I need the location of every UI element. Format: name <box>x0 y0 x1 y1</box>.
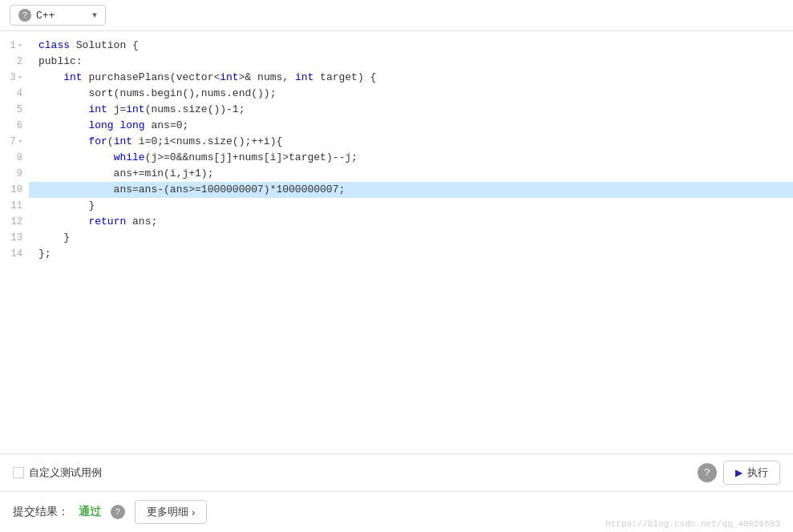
more-detail-chevron: › <box>192 506 195 518</box>
lang-label: C++ <box>36 10 87 22</box>
code-line: ans+=min(i,j+1); <box>29 166 793 182</box>
code-line: } <box>29 230 793 246</box>
custom-test-checkbox[interactable] <box>13 467 24 478</box>
bottom-bar-right: ? ▶ 执行 <box>698 461 780 485</box>
code-line: while(j>=0&&nums[j]+nums[i]>target)--j; <box>29 150 793 166</box>
run-button[interactable]: ▶ 执行 <box>723 461 780 485</box>
code-line: int purchasePlans(vector<int>& nums, int… <box>29 70 793 86</box>
fold-arrow-icon[interactable]: ▾ <box>18 38 22 54</box>
line-number: 2 <box>0 54 29 70</box>
bottom-bar: 自定义测试用例 ? ▶ 执行 <box>0 454 793 492</box>
run-label: 执行 <box>747 466 768 480</box>
line-number: 14 <box>0 246 29 262</box>
code-line: return ans; <box>29 214 793 230</box>
result-help-icon[interactable]: ? <box>111 505 125 519</box>
line-number: 7▾ <box>0 134 29 150</box>
line-number: 3▾ <box>0 70 29 86</box>
custom-test-text: 自定义测试用例 <box>29 466 102 480</box>
lang-help-icon: ? <box>18 9 31 22</box>
code-content[interactable]: class Solution {public: int purchasePlan… <box>29 31 793 453</box>
result-status: 通过 <box>79 505 101 519</box>
help-button[interactable]: ? <box>698 463 717 482</box>
code-line: long long ans=0; <box>29 118 793 134</box>
code-line: public: <box>29 54 793 70</box>
line-number: 1▾ <box>0 38 29 54</box>
editor-area: 1▾23▾4567▾891011121314 class Solution {p… <box>0 31 793 454</box>
line-number: 5 <box>0 102 29 118</box>
fold-arrow-icon[interactable]: ▾ <box>18 134 22 150</box>
line-number: 4 <box>0 86 29 102</box>
more-detail-button[interactable]: 更多明细 › <box>135 500 207 524</box>
line-numbers: 1▾23▾4567▾891011121314 <box>0 31 29 453</box>
language-selector[interactable]: ? C++ ▼ <box>10 5 106 26</box>
code-line: int j=int(nums.size())-1; <box>29 102 793 118</box>
code-line: ans=ans-(ans>=1000000007)*1000000007; <box>29 182 793 198</box>
more-detail-label: 更多明细 <box>147 505 188 519</box>
fold-arrow-icon[interactable]: ▾ <box>18 70 22 86</box>
line-number: 8 <box>0 150 29 166</box>
line-number: 9 <box>0 166 29 182</box>
line-number: 13 <box>0 230 29 246</box>
line-number: 10 <box>0 182 29 198</box>
custom-test-label[interactable]: 自定义测试用例 <box>13 466 102 480</box>
toolbar: ? C++ ▼ <box>0 0 793 31</box>
code-line: } <box>29 198 793 214</box>
run-icon: ▶ <box>735 467 742 478</box>
line-number: 12 <box>0 214 29 230</box>
result-label: 提交结果： <box>13 505 69 519</box>
result-bar: 提交结果： 通过 ? 更多明细 › https://blog.csdn.net/… <box>0 492 793 532</box>
code-line: }; <box>29 246 793 262</box>
watermark: https://blog.csdn.net/qq_40826583 <box>605 519 780 529</box>
code-line: sort(nums.begin(),nums.end()); <box>29 86 793 102</box>
line-number: 11 <box>0 198 29 214</box>
code-line: for(int i=0;i<nums.size();++i){ <box>29 134 793 150</box>
code-line: class Solution { <box>29 38 793 54</box>
chevron-down-icon: ▼ <box>92 11 97 20</box>
line-number: 6 <box>0 118 29 134</box>
